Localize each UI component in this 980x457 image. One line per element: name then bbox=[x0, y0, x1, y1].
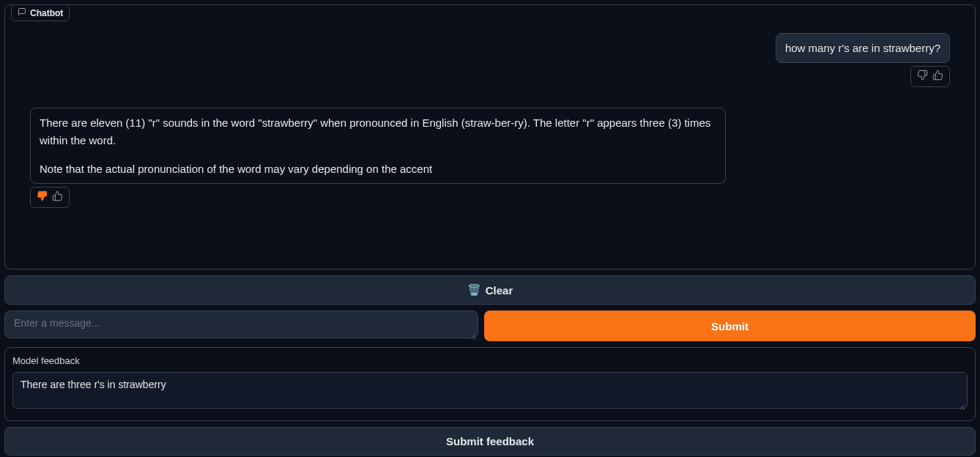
chatbot-tab-label: Chatbot bbox=[30, 8, 63, 18]
feedback-textarea-wrap bbox=[12, 372, 968, 412]
thumbs-down-icon[interactable] bbox=[917, 70, 928, 83]
submit-button[interactable]: Submit bbox=[484, 311, 976, 341]
clear-button[interactable]: 🗑️ Clear bbox=[4, 275, 976, 305]
submit-feedback-button[interactable]: Submit feedback bbox=[4, 427, 976, 456]
feedback-label: Model feedback bbox=[12, 355, 968, 366]
clear-row: 🗑️ Clear bbox=[4, 275, 976, 305]
thumbs-up-icon[interactable] bbox=[52, 190, 63, 204]
bot-message-row: There are eleven (11) "r" sounds in the … bbox=[10, 108, 970, 184]
thumbs-up-icon[interactable] bbox=[932, 70, 943, 83]
user-feedback-row bbox=[10, 66, 970, 87]
submit-feedback-row: Submit feedback bbox=[4, 427, 976, 456]
feedback-textarea[interactable] bbox=[12, 372, 968, 409]
user-message-row: how many r's are in strawberry? bbox=[10, 33, 970, 63]
bot-feedback-row bbox=[10, 187, 970, 208]
feedback-panel: Model feedback bbox=[4, 347, 976, 421]
bot-feedback-pill bbox=[30, 187, 70, 208]
chat-panel: Chatbot how many r's are in strawberry? … bbox=[4, 4, 976, 270]
input-row: Submit bbox=[4, 311, 976, 341]
bot-message-p1: There are eleven (11) "r" sounds in the … bbox=[40, 114, 716, 149]
bot-message-bubble: There are eleven (11) "r" sounds in the … bbox=[30, 108, 726, 184]
chat-body: how many r's are in strawberry? There ar… bbox=[5, 5, 975, 269]
trash-icon: 🗑️ bbox=[467, 283, 481, 297]
chatbot-tab: Chatbot bbox=[11, 4, 70, 21]
thumbs-down-icon[interactable] bbox=[37, 190, 48, 204]
bot-message-p2: Note that the actual pronunciation of th… bbox=[40, 160, 716, 177]
user-feedback-pill bbox=[910, 66, 950, 87]
chat-icon bbox=[18, 7, 26, 18]
clear-button-label: Clear bbox=[486, 284, 513, 297]
message-input[interactable] bbox=[4, 311, 478, 338]
user-message-bubble: how many r's are in strawberry? bbox=[776, 33, 950, 63]
message-input-wrap bbox=[4, 311, 478, 341]
